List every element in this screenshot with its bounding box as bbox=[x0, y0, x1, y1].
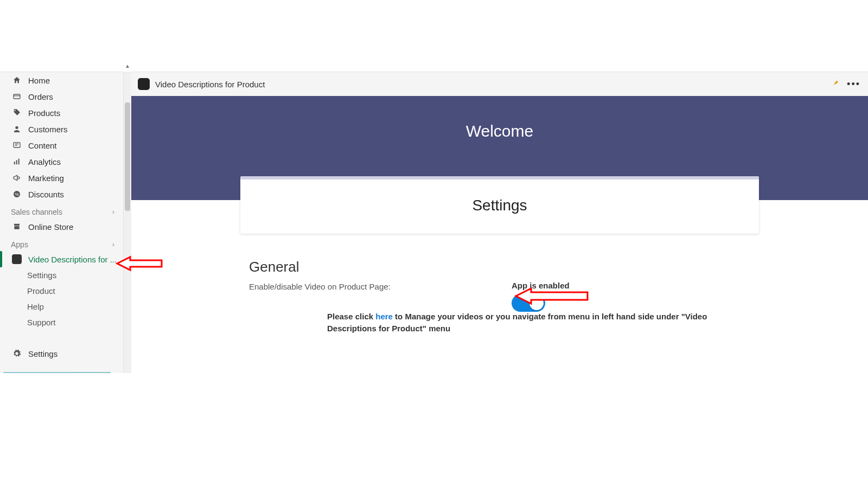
sidebar-item-label: Analytics bbox=[28, 157, 118, 166]
scroll-up-icon[interactable]: ▲ bbox=[124, 63, 131, 69]
scrollbar[interactable]: ▲ bbox=[124, 72, 131, 373]
sidebar-item-marketing[interactable]: Marketing bbox=[0, 170, 123, 186]
card-title: Settings bbox=[240, 179, 759, 234]
sidebar-item-label: Help bbox=[27, 302, 118, 311]
sidebar-subitem-product[interactable]: Product bbox=[0, 283, 123, 299]
sidebar-item-settings[interactable]: Settings bbox=[0, 345, 123, 362]
sidebar-item-label: Settings bbox=[28, 349, 118, 358]
sidebar-subitem-support[interactable]: Support bbox=[0, 314, 123, 330]
sidebar-item-video-descriptions[interactable]: Video Descriptions for ... bbox=[0, 251, 123, 267]
here-link[interactable]: here bbox=[375, 312, 393, 321]
sidebar-subitem-help[interactable]: Help bbox=[0, 299, 123, 314]
app-icon bbox=[12, 254, 22, 264]
section-label: Sales channels bbox=[11, 208, 62, 216]
sidebar-item-discounts[interactable]: % Discounts bbox=[0, 186, 123, 202]
discount-icon: % bbox=[12, 189, 22, 199]
general-description: Enable/disable Video on Product Page: bbox=[249, 281, 512, 291]
sidebar-item-label: Online Store bbox=[28, 222, 118, 232]
svg-text:%: % bbox=[15, 192, 18, 197]
section-label: Apps bbox=[11, 240, 28, 249]
sidebar-item-content[interactable]: Content bbox=[0, 137, 123, 153]
general-title: General bbox=[249, 259, 750, 275]
sidebar-item-customers[interactable]: Customers bbox=[0, 121, 123, 137]
app-title: Video Descriptions for Product bbox=[155, 80, 265, 89]
instruction-pre: Please click bbox=[327, 312, 375, 321]
sidebar-item-label: Customers bbox=[28, 125, 118, 134]
marketing-icon bbox=[12, 173, 22, 183]
svg-point-1 bbox=[15, 126, 18, 129]
sidebar-item-label: Products bbox=[28, 108, 118, 118]
settings-card: Settings bbox=[240, 176, 759, 234]
person-icon bbox=[12, 124, 22, 134]
sidebar: Home Orders Products Customers Content A… bbox=[0, 72, 124, 373]
pin-icon[interactable] bbox=[832, 79, 839, 89]
sidebar-subitem-settings[interactable]: Settings bbox=[0, 267, 123, 283]
store-icon bbox=[12, 222, 22, 232]
chevron-right-icon: › bbox=[112, 241, 114, 248]
sidebar-item-label: Video Descriptions for ... bbox=[28, 255, 118, 264]
enabled-label: App is enabled bbox=[512, 281, 750, 290]
enable-toggle[interactable] bbox=[512, 294, 545, 312]
app-topbar: Video Descriptions for Product ••• bbox=[131, 72, 868, 96]
scrollbar-thumb[interactable] bbox=[125, 102, 130, 211]
main-content: Welcome Settings General Enable/disable … bbox=[131, 96, 868, 373]
sidebar-item-products[interactable]: Products bbox=[0, 105, 123, 121]
sidebar-item-label: Product bbox=[27, 286, 118, 296]
sidebar-item-analytics[interactable]: Analytics bbox=[0, 153, 123, 170]
home-icon bbox=[12, 75, 22, 85]
sidebar-item-label: Home bbox=[28, 76, 118, 85]
apps-header[interactable]: Apps › bbox=[0, 235, 123, 251]
svg-rect-4 bbox=[16, 160, 17, 164]
svg-rect-5 bbox=[18, 159, 20, 165]
svg-rect-3 bbox=[14, 162, 15, 164]
sidebar-item-orders[interactable]: Orders bbox=[0, 88, 123, 105]
sidebar-item-label: Discounts bbox=[28, 190, 118, 199]
instruction-text: Please click here to Manage your videos … bbox=[240, 311, 759, 335]
chevron-right-icon: › bbox=[112, 208, 114, 216]
sidebar-item-label: Support bbox=[27, 318, 118, 327]
sidebar-item-online-store[interactable]: Online Store bbox=[0, 219, 123, 235]
sidebar-item-label: Settings bbox=[27, 271, 118, 280]
divider bbox=[3, 372, 111, 373]
content-icon bbox=[12, 140, 22, 150]
app-icon bbox=[138, 78, 150, 90]
tag-icon bbox=[12, 108, 22, 118]
sidebar-item-label: Content bbox=[28, 141, 118, 150]
gear-icon bbox=[12, 349, 22, 358]
sidebar-item-label: Orders bbox=[28, 92, 118, 101]
svg-rect-0 bbox=[14, 94, 20, 99]
general-section: General Enable/disable Video on Product … bbox=[240, 259, 759, 312]
sidebar-item-home[interactable]: Home bbox=[0, 72, 123, 88]
orders-icon bbox=[12, 92, 22, 101]
sales-channels-header[interactable]: Sales channels › bbox=[0, 202, 123, 219]
sidebar-item-label: Marketing bbox=[28, 174, 118, 183]
toggle-knob bbox=[529, 296, 544, 310]
svg-rect-2 bbox=[14, 143, 20, 147]
more-icon[interactable]: ••• bbox=[847, 79, 860, 90]
analytics-icon bbox=[12, 157, 22, 166]
